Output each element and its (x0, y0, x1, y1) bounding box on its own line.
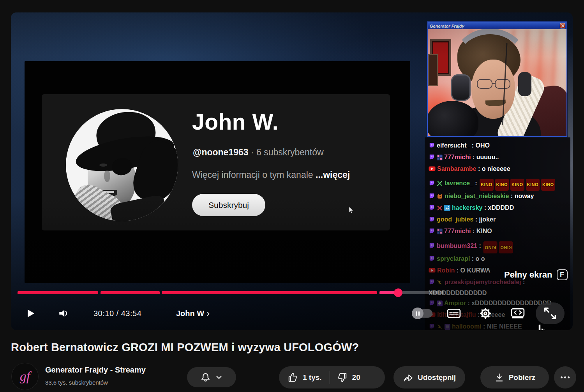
webcam-overlay-window: Generator Frajdy (427, 21, 567, 137)
nose-art (104, 170, 110, 182)
in-video-channel-handle: @noone1963 (193, 147, 249, 157)
seek-bar[interactable] (11, 291, 573, 299)
stream-chat-panel[interactable]: eifersucht_ : OHO777michi : uuuuu..Samba… (425, 137, 570, 330)
twitch-badge-icon (429, 255, 435, 265)
chat-separator: : (476, 165, 482, 172)
chat-separator: : (477, 243, 483, 249)
subtitles-icon (447, 308, 461, 319)
webcam-titlebar: Generator Frajdy (428, 22, 566, 29)
chat-message: lavrence_ : KINOKINOKINOKINOKINO (429, 178, 568, 191)
twitch-badge-icon (429, 227, 435, 237)
twitch-badge-icon (429, 278, 435, 288)
chat-text: OHO (476, 142, 490, 149)
miniplayer-button[interactable] (509, 302, 526, 324)
channel-avatar[interactable]: gf (12, 363, 38, 390)
chevron-right-icon: › (206, 308, 210, 319)
chat-username: hackersky (452, 204, 482, 211)
subtitles-button[interactable] (445, 302, 462, 324)
download-label: Pobierz (509, 373, 536, 382)
progress-played-segment[interactable] (18, 291, 98, 294)
twitch-badge-icon (429, 153, 435, 163)
kino-emote: KINO (526, 179, 540, 191)
progress-played-segment[interactable] (162, 291, 377, 294)
chat-text: xDDDDD (488, 204, 514, 211)
channel-name[interactable]: Generator Frajdy - Streamy (45, 366, 146, 374)
chat-separator: : (471, 154, 476, 160)
tooltip-label: Pełny ekran (504, 270, 552, 280)
chat-separator: : (509, 193, 514, 199)
chat-separator: : (471, 228, 476, 234)
keyboard-key-hint: F (557, 269, 568, 280)
share-button[interactable]: Udostępnij (393, 366, 465, 388)
more-link-text: ...więcej (316, 170, 350, 180)
chapter-label: John W (176, 309, 204, 318)
dislike-button[interactable]: 20 (330, 366, 369, 388)
chat-separator: : (482, 204, 488, 211)
in-video-channel-meta: @noone1963 · 6 subskrybentów (193, 147, 324, 158)
more-options-icon (561, 376, 563, 378)
chat-text: O KURWA (460, 267, 490, 274)
chat-username: bumbuum321 (437, 243, 477, 249)
download-button[interactable]: Pobierz (480, 366, 549, 388)
checker-badge-icon (437, 227, 443, 237)
bell-icon (200, 372, 211, 383)
about-text: Więcej informacji o tym kanale (192, 170, 316, 180)
autoplay-toggle[interactable] (413, 309, 432, 318)
chat-message: eifersucht_ : OHO (429, 140, 568, 152)
chat-message: 777michi : uuuuu.. (429, 152, 568, 163)
channel-card-in-video: John W. @noone1963 · 6 subskrybentów Wię… (42, 94, 390, 230)
twitch-badge-icon (429, 141, 435, 152)
like-count: 1 tys. (303, 373, 322, 382)
thumbs-down-icon (337, 372, 348, 383)
chat-username: 777michi (444, 154, 471, 160)
twitch-badge-icon (429, 179, 435, 190)
chat-username: Sambarambe (437, 165, 476, 172)
notifications-button[interactable] (187, 367, 236, 387)
webcam-close-button (560, 23, 565, 28)
kino-emote: KINO (510, 179, 524, 191)
progress-playhead[interactable] (394, 288, 402, 297)
time-display: 30:10 / 43:54 (94, 302, 141, 324)
hand-pointer-cursor (535, 321, 551, 330)
kino-emote: KINO (495, 179, 509, 191)
kino-emote: KINO (541, 179, 555, 191)
in-video-subscribe-button: Subskrybuj (192, 194, 265, 216)
thumbs-up-icon (288, 372, 298, 383)
twitch-badge-icon (429, 242, 435, 252)
fullscreen-tooltip: Pełny ekran F (504, 269, 568, 280)
progress-played-segment[interactable] (101, 291, 160, 294)
chat-text: o nieeeee (482, 165, 510, 172)
chapter-button[interactable]: John W › (176, 302, 210, 324)
twitch-badge-icon (429, 204, 435, 214)
orange-pet-badge-icon (437, 192, 443, 202)
progress-buffer-segment[interactable] (402, 291, 444, 294)
eye-art (99, 163, 107, 167)
chat-separator: : (470, 255, 475, 262)
chat-text: jjoker (479, 216, 496, 223)
video-title: Robert Bernatowicz GROZI MI POZWEM i wyz… (11, 341, 564, 354)
like-button[interactable]: 1 tys. (279, 366, 330, 388)
close-icon (561, 24, 565, 28)
dislike-count: 20 (352, 373, 360, 382)
settings-button[interactable] (477, 302, 494, 324)
blue-pic-badge-icon (444, 204, 450, 214)
like-dislike-pill: 1 tys. 20 (279, 366, 385, 388)
john-wayne-avatar (66, 109, 178, 221)
webcam-video (428, 29, 566, 136)
webcam-window-title: Generator Frajdy (430, 24, 464, 28)
in-video-channel-name: John W. (192, 109, 279, 135)
chat-message: niebo_jest_niebieskie : noway (429, 191, 568, 202)
channel-subscriber-count: 33,6 tys. subskrybentów (45, 379, 108, 386)
chat-username: good_jubies (437, 216, 473, 223)
chat-message: bumbuum321 : KINOKINO (429, 241, 568, 253)
volume-button[interactable] (55, 302, 72, 324)
more-options-button[interactable] (554, 366, 576, 388)
meta-dot: · (251, 147, 254, 157)
play-button[interactable] (22, 302, 39, 324)
video-player[interactable]: John W. @noone1963 · 6 subskrybentów Wię… (11, 12, 573, 330)
chat-message: 777michi : KINO (429, 226, 568, 237)
kino-emote: KINO (480, 179, 494, 191)
chat-message: spryciarapl : o o (429, 253, 568, 265)
share-icon (403, 372, 413, 383)
fullscreen-icon (542, 306, 558, 321)
